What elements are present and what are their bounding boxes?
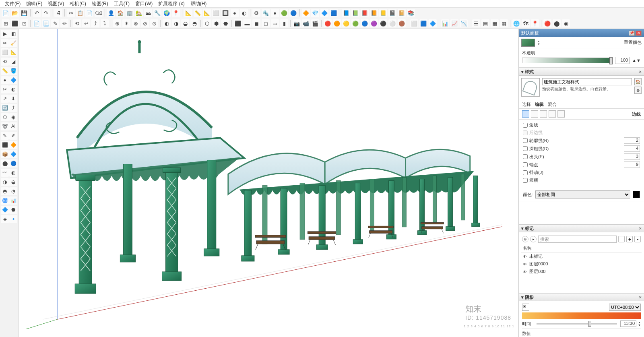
- toolbar2-button-9[interactable]: ⟲: [73, 19, 81, 27]
- toolbar2-button-21[interactable]: ◑: [172, 19, 180, 27]
- profile-value[interactable]: 2: [624, 137, 640, 144]
- toolbar2-button-34[interactable]: ▮: [280, 19, 288, 27]
- material-nav[interactable]: ▲▼: [537, 40, 540, 45]
- toolbox-button-19[interactable]: ◉: [9, 113, 17, 121]
- jitter-checkbox[interactable]: [523, 170, 528, 175]
- toolbar2-button-64[interactable]: 🗺: [522, 19, 530, 27]
- toolbar2-button-36[interactable]: 📷: [293, 19, 301, 27]
- toolbar1-button-14[interactable]: 👤: [107, 9, 115, 17]
- toolbox-button-38[interactable]: 🔷: [1, 206, 9, 214]
- endpoint-value[interactable]: 9: [624, 161, 640, 168]
- style-name-input[interactable]: [542, 78, 632, 85]
- toolbar1-button-20[interactable]: 🌍: [163, 9, 171, 17]
- toolbar2-button-60[interactable]: ▦: [491, 19, 499, 27]
- toolbar2-button-20[interactable]: ◐: [163, 19, 171, 27]
- toolbar1-button-40[interactable]: 🟦: [330, 9, 338, 17]
- toolbar2-button-0[interactable]: ⊞: [2, 19, 10, 27]
- toolbar2-button-1[interactable]: ⬛: [11, 19, 19, 27]
- toolbar1-button-49[interactable]: 📚: [407, 9, 415, 17]
- toolbar2-button-30[interactable]: ▬: [243, 19, 251, 27]
- toolbox-button-2[interactable]: ✏: [1, 39, 9, 47]
- menu-edit[interactable]: 编辑(E): [24, 0, 45, 8]
- toolbar1-button-46[interactable]: 📒: [379, 9, 387, 17]
- toolbox-button-30[interactable]: 〰: [1, 169, 9, 177]
- toolbar1-button-32[interactable]: 🔩: [262, 9, 270, 17]
- visibility-icon[interactable]: [523, 262, 527, 267]
- toolbar1-button-35[interactable]: 🔵: [289, 9, 297, 17]
- toolbar2-button-48[interactable]: 🟤: [398, 19, 406, 27]
- toolbar2-button-51[interactable]: 🟦: [419, 19, 427, 27]
- toolbar2-button-31[interactable]: ◼: [252, 19, 260, 27]
- tab-select[interactable]: 选择: [522, 101, 531, 108]
- toolbar1-button-18[interactable]: 🏘: [144, 9, 152, 17]
- toolbox-button-1[interactable]: ◧: [9, 30, 17, 38]
- toolbox-button-28[interactable]: ⬤: [1, 159, 9, 167]
- toolbar2-button-47[interactable]: ⚪: [388, 19, 396, 27]
- toolbar1-button-9[interactable]: ✂: [67, 9, 75, 17]
- face-settings-icon[interactable]: [531, 110, 538, 118]
- toolbar1-button-26[interactable]: ⬜: [212, 9, 220, 17]
- visibility-icon[interactable]: [523, 254, 527, 259]
- style-thumbnail[interactable]: [521, 78, 540, 97]
- menu-help[interactable]: 帮助(H): [188, 0, 209, 8]
- toolbox-button-33[interactable]: ◒: [9, 178, 17, 186]
- menu-draw[interactable]: 绘图(R): [89, 0, 111, 8]
- toolbar1-button-24[interactable]: 📏: [194, 9, 202, 17]
- tag-options-button[interactable]: ⋯: [618, 236, 625, 242]
- toolbox-button-14[interactable]: ↗: [1, 95, 9, 103]
- toolbar2-button-25[interactable]: ⬡: [203, 19, 211, 27]
- toolbar2-button-69[interactable]: ◉: [562, 19, 570, 27]
- toolbar1-button-10[interactable]: 📋: [76, 9, 84, 17]
- toolbar1-button-39[interactable]: 🔷: [320, 9, 328, 17]
- viewport-3d[interactable]: [19, 29, 518, 337]
- dash-checkbox[interactable]: [523, 178, 528, 183]
- toolbox-button-34[interactable]: ◓: [1, 187, 9, 195]
- toolbar1-button-17[interactable]: 🏡: [135, 9, 143, 17]
- toolbox-button-37[interactable]: 📊: [9, 196, 17, 205]
- toolbar1-button-48[interactable]: 📔: [398, 9, 406, 17]
- toolbox-button-12[interactable]: ✂: [1, 85, 9, 93]
- depth-value[interactable]: 4: [624, 145, 640, 152]
- toolbar1-button-27[interactable]: 🔲: [221, 9, 229, 17]
- toolbar1-button-12[interactable]: ⌫: [95, 9, 103, 17]
- visibility-icon[interactable]: [523, 269, 527, 274]
- toolbox-button-32[interactable]: ◑: [1, 178, 9, 186]
- toolbar2-button-18[interactable]: ⊙: [150, 19, 158, 27]
- toolbox-button-17[interactable]: ⤴: [9, 104, 17, 112]
- toolbar1-button-4[interactable]: ↶: [33, 9, 41, 17]
- toolbar1-button-5[interactable]: ↷: [42, 9, 50, 17]
- toolbox-button-10[interactable]: ●: [1, 76, 9, 84]
- toolbar1-button-15[interactable]: 🏠: [116, 9, 124, 17]
- tag-item-layer000[interactable]: 图层000: [521, 268, 642, 275]
- opacity-spinner[interactable]: ▲▼: [632, 58, 641, 63]
- tray-titlebar[interactable]: 默认面板 📌 ✕: [519, 29, 644, 37]
- toolbar2-button-44[interactable]: 🔵: [361, 19, 369, 27]
- color-mode-select[interactable]: 全部相同: [535, 190, 630, 198]
- tray-pin-button[interactable]: 📌: [629, 31, 635, 36]
- menu-view[interactable]: 视图(V): [45, 0, 66, 8]
- toolbar2-button-12[interactable]: ⤵: [101, 19, 109, 27]
- toolbox-button-40[interactable]: ◈: [1, 215, 9, 223]
- styles-section-header[interactable]: ▾ 样式 ×: [519, 68, 644, 76]
- toolbox-button-23[interactable]: ✐: [9, 132, 17, 140]
- bg-settings-icon[interactable]: [540, 110, 547, 118]
- toolbar2-button-67[interactable]: 🔴: [543, 19, 551, 27]
- toolbar2-button-15[interactable]: ✶: [122, 19, 130, 27]
- menu-file[interactable]: 文件(F): [2, 0, 23, 8]
- toolbar2-button-46[interactable]: ⚫: [379, 19, 387, 27]
- shadows-section-header[interactable]: ▾ 阴影 ×: [519, 293, 644, 301]
- tag-add-button[interactable]: ⊕: [522, 236, 528, 242]
- toolbar2-button-68[interactable]: ⬤: [553, 19, 561, 27]
- toolbar1-button-29[interactable]: ◐: [240, 9, 248, 17]
- toolbar2-button-43[interactable]: 🟢: [351, 19, 359, 27]
- toolbar2-button-27[interactable]: ⬣: [221, 19, 229, 27]
- shadow-toggle-button[interactable]: ☀: [522, 304, 529, 311]
- tab-mix[interactable]: 混合: [548, 101, 557, 108]
- toolbox-button-16[interactable]: 🔄: [1, 104, 9, 112]
- toolbar2-button-10[interactable]: ↩: [82, 19, 90, 27]
- toolbar2-button-22[interactable]: ◒: [181, 19, 189, 27]
- toolbox-button-35[interactable]: ◔: [9, 187, 17, 195]
- edges-checkbox[interactable]: [523, 123, 528, 128]
- toolbox-button-25[interactable]: 🔶: [9, 141, 17, 149]
- toolbar1-button-7[interactable]: 🖨: [54, 9, 62, 17]
